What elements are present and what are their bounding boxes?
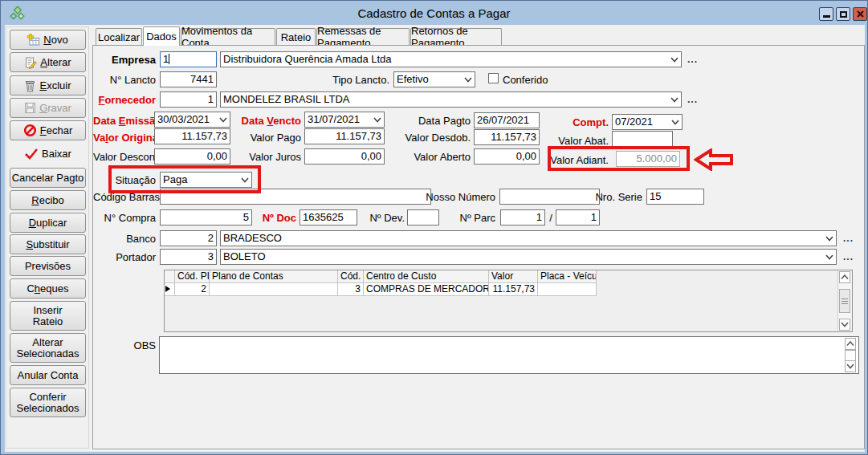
alterar-button[interactable]: Alterar xyxy=(10,52,86,72)
valor-juros-input[interactable]: 0,00 xyxy=(304,148,385,165)
compt-combo[interactable]: 07/2021 xyxy=(612,114,683,130)
duplicar-button[interactable]: Duplicar xyxy=(10,213,86,233)
tab-rateio-label: Rateio xyxy=(281,31,312,43)
cell-placa-veiculo[interactable] xyxy=(538,283,597,296)
cell-cod-c[interactable]: 3 xyxy=(338,283,364,296)
empresa-code-input[interactable]: 1 xyxy=(160,51,217,67)
tab-movimentos-da-conta[interactable]: Movimentos da Conta xyxy=(181,28,275,45)
alterar-selecionadas-button[interactable]: Alterar Selecionadas xyxy=(10,333,86,363)
chevron-down-icon xyxy=(825,254,833,260)
inserir-rateio-button[interactable]: Inserir Rateio xyxy=(10,301,86,331)
dados-tab-page: Empresa 1 Distribuidora Querência Amada … xyxy=(92,45,865,449)
n-parc-input-1[interactable]: 1 xyxy=(500,209,545,225)
portador-code-input[interactable]: 3 xyxy=(160,249,217,265)
tab-localizar[interactable]: Localizar xyxy=(96,28,142,45)
n-parc-input-2[interactable]: 1 xyxy=(556,209,600,225)
maximize-button[interactable] xyxy=(836,7,850,21)
excluir-button[interactable]: Excluir xyxy=(10,75,86,95)
chevron-down-icon xyxy=(671,120,679,125)
valor-desconto-input[interactable]: 0,00 xyxy=(154,148,230,165)
empresa-name-combo[interactable]: Distribuidora Querência Amada Ltda xyxy=(220,51,682,67)
banco-lookup-button[interactable]: ... xyxy=(843,233,856,244)
valor-desdob-input[interactable]: 11.157,73 xyxy=(474,129,540,145)
title-bar: Cadastro de Contas a Pagar xyxy=(1,1,867,25)
conferir-selecionados-label: Conferir Selecionados xyxy=(11,392,85,414)
cell-centro-de-custo[interactable]: COMPRAS DE MERCADORIAS xyxy=(364,283,489,296)
grid-col-valor: Valor xyxy=(489,270,538,283)
data-vencto-label: Data Vencto xyxy=(222,115,301,128)
n-dev-input[interactable] xyxy=(407,209,439,225)
close-button[interactable] xyxy=(853,7,867,21)
tab-remessas-de-pagamento[interactable]: Remessas de Pagamento xyxy=(316,28,410,45)
portador-lookup-button[interactable]: ... xyxy=(843,251,856,262)
tab-dados[interactable]: Dados xyxy=(143,26,180,46)
conferir-selecionados-button[interactable]: Conferir Selecionados xyxy=(10,388,86,417)
cancelar-pagto-button[interactable]: Cancelar Pagto xyxy=(10,168,86,188)
baixar-button[interactable]: Baixar xyxy=(10,144,86,164)
grid-vertical-scrollbar[interactable] xyxy=(837,271,851,331)
novo-button[interactable]: Novo xyxy=(10,30,86,50)
edit-icon xyxy=(24,56,37,69)
grid-selector-header xyxy=(165,270,175,283)
grid-col-cod-pl: Cód. PL xyxy=(175,270,210,283)
scroll-thumb[interactable] xyxy=(839,289,850,313)
duplicar-label: Duplicar xyxy=(29,217,67,229)
scroll-down-button[interactable] xyxy=(839,319,850,331)
empresa-code-value: 1 xyxy=(163,53,169,65)
portador-name-combo[interactable]: BOLETO xyxy=(220,249,837,265)
chevron-down-icon xyxy=(464,77,472,83)
n-compra-input[interactable]: 5 xyxy=(160,209,252,225)
scroll-down-button[interactable] xyxy=(845,360,856,372)
data-pagto-input[interactable]: 26/07/2021 xyxy=(474,112,540,128)
banco-code-input[interactable]: 2 xyxy=(160,230,217,246)
data-emissao-combo[interactable]: 30/03/2021 xyxy=(154,112,230,128)
nro-serie-input[interactable]: 15 xyxy=(646,189,704,205)
grid-data-row[interactable]: 2 3 COMPRAS DE MERCADORIAS 11.157,73 xyxy=(165,283,852,296)
valor-pago-input[interactable]: 11.157,73 xyxy=(304,128,385,144)
scroll-up-button[interactable] xyxy=(845,338,856,350)
valor-abat-input[interactable] xyxy=(612,131,673,147)
scroll-down-icon xyxy=(841,322,849,327)
valor-original-input[interactable]: 11.157,73 xyxy=(154,128,230,144)
obs-vertical-scrollbar[interactable] xyxy=(844,338,858,372)
obs-textarea[interactable] xyxy=(159,336,859,374)
scroll-up-button[interactable] xyxy=(839,271,850,283)
substituir-button[interactable]: Substituir xyxy=(10,234,86,254)
row-selector-cell xyxy=(165,283,175,296)
grid-col-placa-veiculo: Placa - Veículo xyxy=(538,270,597,283)
alterar-selecionadas-label: Alterar Selecionadas xyxy=(11,337,85,360)
scroll-down-icon xyxy=(846,364,854,369)
tab-rateio[interactable]: Rateio xyxy=(276,28,316,45)
situacao-combo[interactable]: Paga xyxy=(160,172,252,188)
minimize-button[interactable] xyxy=(819,7,833,21)
conferido-checkbox[interactable] xyxy=(488,73,499,83)
banco-name-combo[interactable]: BRADESCO xyxy=(220,230,837,246)
previsoes-button[interactable]: Previsões xyxy=(10,256,86,276)
tab-retornos-de-pagamento[interactable]: Retornos de Pagamento xyxy=(410,28,502,45)
fechar-button[interactable]: Fechar xyxy=(10,120,86,140)
n-doc-input[interactable]: 1635625 xyxy=(300,209,357,225)
cell-cod-pl[interactable]: 2 xyxy=(175,283,210,296)
obs-label: OBS xyxy=(93,339,156,352)
fornecedor-name-value: MONDELEZ BRASIL LTDA xyxy=(223,93,349,105)
grid-col-centro-de-custo: Centro de Custo xyxy=(364,270,489,283)
grid-col-cod-c: Cód. C xyxy=(338,270,364,283)
new-icon xyxy=(27,34,40,47)
n-lancto-input[interactable]: 7441 xyxy=(160,71,217,87)
cheques-button[interactable]: Cheques xyxy=(10,278,86,299)
valor-aberto-input[interactable]: 0,00 xyxy=(474,148,540,165)
codigo-barras-input[interactable] xyxy=(160,189,431,205)
cell-plano-de-contas[interactable] xyxy=(210,283,338,296)
compt-label: Compt. xyxy=(543,116,609,129)
empresa-label: Empresa xyxy=(93,54,156,67)
fornecedor-lookup-button[interactable]: ... xyxy=(687,94,700,105)
data-vencto-combo[interactable]: 31/07/2021 xyxy=(304,112,385,128)
fornecedor-name-combo[interactable]: MONDELEZ BRASIL LTDA xyxy=(220,91,682,108)
cell-valor[interactable]: 11.157,73 xyxy=(489,283,538,296)
anular-conta-button[interactable]: Anular Conta xyxy=(10,365,86,385)
tipo-lancto-combo[interactable]: Efetivo xyxy=(393,71,475,87)
empresa-lookup-button[interactable]: ... xyxy=(687,54,700,65)
recibo-button[interactable]: Recibo xyxy=(10,190,86,210)
rateio-grid: Cód. PL Plano de Contas Cód. C Centro de… xyxy=(164,270,853,332)
fornecedor-code-input[interactable]: 1 xyxy=(160,91,217,108)
